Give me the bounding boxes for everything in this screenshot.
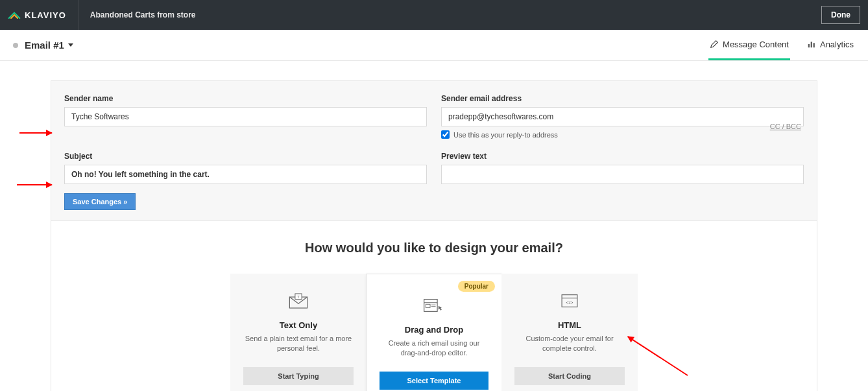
sender-email-input[interactable] xyxy=(441,107,804,126)
tab-message-content[interactable]: Message Content xyxy=(708,30,790,60)
start-typing-button[interactable]: Start Typing xyxy=(243,367,354,385)
sender-name-input[interactable] xyxy=(64,107,427,126)
klaviyo-icon xyxy=(8,10,21,19)
brand-logo[interactable]: KLAVIYO xyxy=(8,0,78,30)
tab-label: Message Content xyxy=(723,40,789,49)
status-dot-icon xyxy=(13,43,18,48)
tab-label: Analytics xyxy=(820,40,854,49)
subject-input[interactable] xyxy=(64,165,427,184)
svg-text:T: T xyxy=(297,295,300,299)
flow-name: Abandoned Carts from store xyxy=(90,10,196,19)
tabs: Message Content Analytics xyxy=(708,30,855,60)
cc-bcc-link[interactable]: CC / BCC xyxy=(770,119,801,130)
preview-text-label: Preview text xyxy=(441,152,804,161)
html-icon: </> xyxy=(559,292,581,310)
design-area: How would you like to design your email?… xyxy=(51,221,817,391)
caret-down-icon xyxy=(68,43,73,47)
email-title-text: Email #1 xyxy=(25,40,64,51)
option-desc: Custom-code your email for complete cont… xyxy=(514,334,625,354)
brand-text: KLAVIYO xyxy=(25,10,66,20)
reply-to-checkbox[interactable] xyxy=(441,130,450,139)
email-title-dropdown[interactable]: Email #1 xyxy=(25,40,73,51)
drag-drop-icon xyxy=(423,296,445,314)
tab-analytics[interactable]: Analytics xyxy=(806,30,855,60)
sender-name-label: Sender name xyxy=(64,94,427,103)
svg-text:</>: </> xyxy=(566,300,573,305)
option-title: Drag and Drop xyxy=(380,325,488,335)
svg-rect-2 xyxy=(814,43,815,47)
option-html: </> HTML Custom-code your email for comp… xyxy=(501,274,638,391)
option-drag-drop: Popular Drag and Drop Create a rich emai… xyxy=(366,274,502,391)
bar-chart-icon xyxy=(807,40,816,49)
content-card: Sender name Sender email address Use thi… xyxy=(51,80,817,391)
email-settings-form: Sender name Sender email address Use thi… xyxy=(51,81,817,221)
start-coding-button[interactable]: Start Coding xyxy=(514,367,625,385)
svg-rect-0 xyxy=(808,44,810,47)
svg-rect-8 xyxy=(426,304,430,307)
option-text-only: T Text Only Send a plain text email for … xyxy=(230,274,367,391)
preview-text-input[interactable] xyxy=(441,165,804,184)
design-heading: How would you like to design your email? xyxy=(64,241,804,255)
sub-header: Email #1 Message Content Analytics xyxy=(0,30,868,61)
done-button[interactable]: Done xyxy=(821,6,860,24)
subject-label: Subject xyxy=(64,152,427,161)
option-desc: Create a rich email using our drag-and-d… xyxy=(380,338,488,359)
select-template-button[interactable]: Select Template xyxy=(380,372,488,390)
pencil-icon xyxy=(710,40,719,49)
option-title: Text Only xyxy=(243,320,354,330)
popular-badge: Popular xyxy=(458,281,495,292)
svg-rect-6 xyxy=(424,300,437,312)
sender-email-label: Sender email address xyxy=(441,94,804,103)
option-title: HTML xyxy=(514,320,625,330)
svg-rect-1 xyxy=(811,42,812,48)
option-desc: Send a plain text email for a more perso… xyxy=(243,334,354,354)
save-changes-button[interactable]: Save Changes » xyxy=(64,193,136,210)
reply-to-label: Use this as your reply-to address xyxy=(453,131,558,139)
top-bar: KLAVIYO Abandoned Carts from store Done xyxy=(0,0,868,30)
text-only-icon: T xyxy=(287,292,309,310)
